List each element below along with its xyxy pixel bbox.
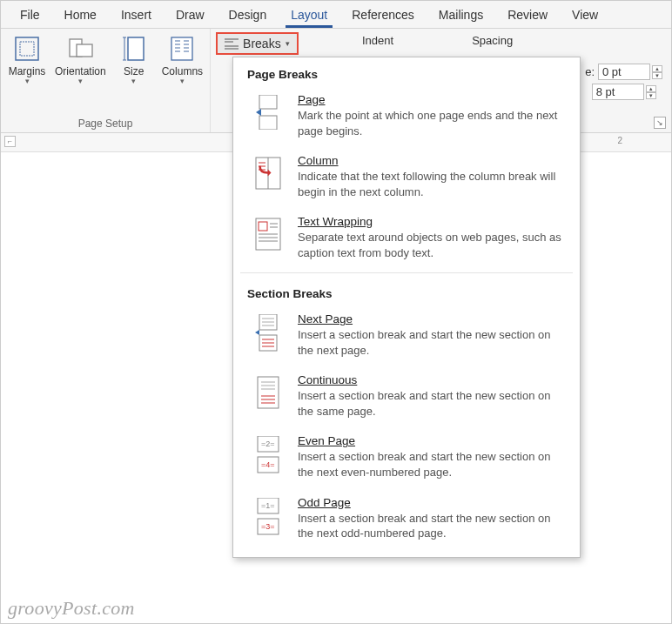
menu-item-continuous[interactable]: Continuous Insert a section break and st… [233,366,580,427]
breaks-dropdown: Page Breaks Page Mark the point at which… [232,57,581,558]
svg-rect-4 [128,37,144,60]
svg-text:=4=: =4= [261,460,275,469]
svg-rect-45 [258,377,279,408]
svg-rect-0 [16,37,38,60]
svg-rect-21 [259,95,277,109]
size-icon [119,34,149,64]
margins-button[interactable]: Margins ▾ [4,30,50,85]
menu-item-odd-page[interactable]: =1==3= Odd Page Insert a section break a… [233,489,580,550]
spacing-after[interactable]: 8 pt ▲▼ [585,84,662,100]
chevron-down-icon: ▾ [180,77,185,85]
even-page-icon: =2==4= [252,434,284,480]
spinner-down-icon[interactable]: ▼ [652,72,662,79]
tab-references[interactable]: References [339,3,427,27]
svg-rect-3 [77,44,92,57]
tab-design[interactable]: Design [217,3,279,27]
menu-item-page[interactable]: Page Mark the point at which one page en… [233,86,580,147]
columns-button[interactable]: Columns ▾ [158,30,206,85]
chevron-down-icon: ▾ [131,77,136,85]
svg-rect-22 [259,116,277,130]
tab-mailings[interactable]: Mailings [427,3,495,27]
menu-item-column[interactable]: Column Indicate that the text following … [233,147,580,208]
columns-icon [167,34,197,64]
svg-marker-44 [255,330,259,335]
continuous-icon [252,373,284,419]
group-page-setup: Margins ▾ Orientation ▾ Size ▾ [1,29,211,132]
menu-item-next-page[interactable]: Next Page Insert a section break and sta… [233,305,580,366]
breaks-button[interactable]: Breaks ▾ [216,32,299,55]
tab-draw[interactable]: Draw [164,3,217,27]
spacing-before[interactable]: e: 0 pt ▲▼ [585,64,662,80]
spinner-up-icon[interactable]: ▲ [652,65,662,72]
svg-text:=3=: =3= [261,522,275,531]
spacing-controls: e: 0 pt ▲▼ 8 pt ▲▼ [585,64,662,100]
ruler-corner-icon[interactable]: ⌐ [4,136,16,147]
ruler-tick-2: 2 [617,136,622,145]
spinner-down-icon[interactable]: ▼ [646,92,656,99]
tab-view[interactable]: View [560,3,610,27]
spacing-label: Spacing [472,34,513,47]
svg-rect-8 [171,37,192,60]
svg-text:=1=: =1= [261,501,275,510]
dialog-launcher-icon[interactable]: ↘ [654,117,666,129]
indent-label: Indent [362,34,393,47]
menu-item-even-page[interactable]: =2==4= Even Page Insert a section break … [233,427,580,488]
group-label-page-setup: Page Setup [4,115,206,132]
margins-icon [12,34,42,64]
text-wrapping-icon [252,215,284,260]
tab-file[interactable]: File [8,3,52,27]
orientation-icon [65,34,95,64]
svg-text:=2=: =2= [261,439,275,448]
breaks-icon [225,37,239,50]
tab-layout[interactable]: Layout [279,3,339,27]
tab-home[interactable]: Home [52,3,109,27]
size-button[interactable]: Size ▾ [111,30,157,85]
column-break-icon [252,154,284,199]
svg-marker-23 [256,109,261,116]
dropdown-header-page-breaks: Page Breaks [233,57,580,86]
odd-page-icon: =1==3= [252,496,284,541]
next-page-icon [252,312,284,358]
chevron-down-icon: ▾ [25,77,30,85]
page-break-icon [252,93,284,138]
tab-review[interactable]: Review [495,3,560,27]
svg-rect-1 [20,42,34,56]
orientation-button[interactable]: Orientation ▾ [51,30,110,85]
dropdown-header-section-breaks: Section Breaks [233,277,580,305]
tabs-bar: File Home Insert Draw Design Layout Refe… [1,1,671,29]
tab-insert[interactable]: Insert [109,3,164,27]
spacing-before-input[interactable]: 0 pt [598,64,650,80]
indent-spacing-labels: Indent Spacing [362,34,513,47]
chevron-down-icon: ▾ [78,77,83,85]
spacing-after-input[interactable]: 8 pt [592,84,644,100]
chevron-down-icon: ▾ [286,39,290,48]
watermark: groovyPost.com [8,597,135,620]
spinner-up-icon[interactable]: ▲ [646,85,656,92]
menu-item-text-wrapping[interactable]: Text Wrapping Separate text around objec… [233,208,580,269]
